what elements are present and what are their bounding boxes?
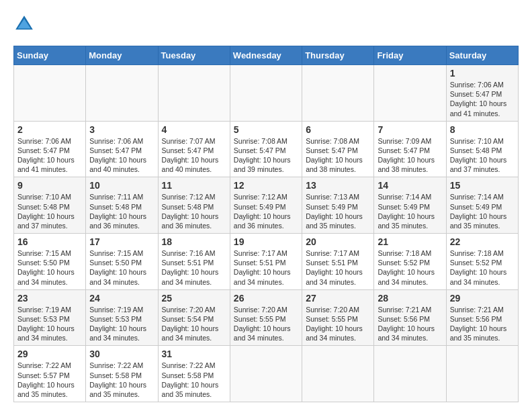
- weekday-header: Tuesday: [158, 46, 230, 65]
- day-number: 30: [89, 349, 154, 359]
- calendar-cell: 16Sunrise: 7:15 AM Sunset: 5:50 PM Dayli…: [14, 234, 86, 290]
- day-detail: Sunrise: 7:07 AM Sunset: 5:47 PM Dayligh…: [162, 136, 226, 175]
- calendar-cell: [230, 65, 302, 122]
- calendar-cell: 20Sunrise: 7:17 AM Sunset: 5:51 PM Dayli…: [302, 234, 374, 290]
- day-detail: Sunrise: 7:08 AM Sunset: 5:47 PM Dayligh…: [306, 136, 370, 175]
- day-number: 7: [378, 124, 442, 135]
- calendar-week-row: 2Sunrise: 7:06 AM Sunset: 5:47 PM Daylig…: [14, 121, 519, 177]
- day-number: 12: [234, 180, 298, 191]
- day-number: 8: [450, 124, 515, 135]
- day-detail: Sunrise: 7:18 AM Sunset: 5:52 PM Dayligh…: [378, 248, 442, 287]
- weekday-header: Saturday: [446, 46, 518, 65]
- calendar-week-row: 9Sunrise: 7:10 AM Sunset: 5:48 PM Daylig…: [14, 177, 519, 234]
- calendar-cell: 3Sunrise: 7:06 AM Sunset: 5:47 PM Daylig…: [86, 121, 158, 177]
- calendar-cell: 29Sunrise: 7:22 AM Sunset: 5:57 PM Dayli…: [14, 346, 86, 402]
- calendar-cell: 5Sunrise: 7:08 AM Sunset: 5:47 PM Daylig…: [230, 121, 302, 177]
- weekday-header: Wednesday: [230, 46, 302, 65]
- day-number: 22: [450, 236, 515, 247]
- day-number: 16: [17, 236, 82, 247]
- logo-icon: [13, 13, 35, 35]
- day-number: 29: [450, 293, 515, 304]
- day-number: 20: [306, 236, 370, 247]
- calendar-cell: 18Sunrise: 7:16 AM Sunset: 5:51 PM Dayli…: [158, 234, 230, 290]
- day-detail: Sunrise: 7:08 AM Sunset: 5:47 PM Dayligh…: [234, 136, 298, 175]
- calendar-cell: 23Sunrise: 7:19 AM Sunset: 5:53 PM Dayli…: [14, 289, 86, 346]
- day-detail: Sunrise: 7:21 AM Sunset: 5:56 PM Dayligh…: [378, 305, 442, 343]
- day-detail: Sunrise: 7:06 AM Sunset: 5:47 PM Dayligh…: [89, 136, 154, 175]
- calendar-cell: [374, 65, 446, 122]
- calendar-cell: [158, 65, 230, 122]
- day-detail: Sunrise: 7:14 AM Sunset: 5:49 PM Dayligh…: [450, 192, 515, 230]
- day-detail: Sunrise: 7:06 AM Sunset: 5:47 PM Dayligh…: [450, 80, 515, 118]
- calendar-cell: [14, 65, 86, 122]
- day-detail: Sunrise: 7:21 AM Sunset: 5:56 PM Dayligh…: [450, 305, 515, 343]
- day-number: 27: [306, 293, 370, 304]
- calendar-cell: 30Sunrise: 7:22 AM Sunset: 5:58 PM Dayli…: [86, 346, 158, 402]
- calendar-cell: 29Sunrise: 7:21 AM Sunset: 5:56 PM Dayli…: [446, 289, 518, 346]
- day-number: 3: [89, 124, 154, 135]
- day-detail: Sunrise: 7:15 AM Sunset: 5:50 PM Dayligh…: [17, 248, 82, 287]
- day-number: 15: [450, 180, 515, 191]
- day-detail: Sunrise: 7:22 AM Sunset: 5:58 PM Dayligh…: [89, 361, 154, 399]
- day-number: 10: [89, 180, 154, 191]
- day-detail: Sunrise: 7:12 AM Sunset: 5:49 PM Dayligh…: [234, 192, 298, 230]
- day-detail: Sunrise: 7:16 AM Sunset: 5:51 PM Dayligh…: [162, 248, 226, 287]
- calendar-cell: 8Sunrise: 7:10 AM Sunset: 5:48 PM Daylig…: [446, 121, 518, 177]
- day-number: 23: [17, 293, 82, 304]
- calendar-cell: 15Sunrise: 7:14 AM Sunset: 5:49 PM Dayli…: [446, 177, 518, 234]
- day-detail: Sunrise: 7:14 AM Sunset: 5:49 PM Dayligh…: [378, 192, 442, 230]
- day-number: 19: [234, 236, 298, 247]
- day-detail: Sunrise: 7:20 AM Sunset: 5:55 PM Dayligh…: [306, 305, 370, 343]
- day-number: 31: [162, 349, 226, 359]
- calendar-cell: 1Sunrise: 7:06 AM Sunset: 5:47 PM Daylig…: [446, 65, 518, 122]
- calendar-week-row: 16Sunrise: 7:15 AM Sunset: 5:50 PM Dayli…: [14, 234, 519, 290]
- calendar-cell: 25Sunrise: 7:20 AM Sunset: 5:54 PM Dayli…: [158, 289, 230, 346]
- calendar-cell: 26Sunrise: 7:20 AM Sunset: 5:55 PM Dayli…: [230, 289, 302, 346]
- calendar-cell: 2Sunrise: 7:06 AM Sunset: 5:47 PM Daylig…: [14, 121, 86, 177]
- day-detail: Sunrise: 7:17 AM Sunset: 5:51 PM Dayligh…: [306, 248, 370, 287]
- day-number: 2: [17, 124, 82, 135]
- calendar-week-row: 23Sunrise: 7:19 AM Sunset: 5:53 PM Dayli…: [14, 289, 519, 346]
- day-number: 26: [234, 293, 298, 304]
- calendar-cell: [302, 346, 374, 402]
- day-detail: Sunrise: 7:10 AM Sunset: 5:48 PM Dayligh…: [17, 192, 82, 230]
- day-detail: Sunrise: 7:15 AM Sunset: 5:50 PM Dayligh…: [89, 248, 154, 287]
- calendar-cell: 31Sunrise: 7:22 AM Sunset: 5:58 PM Dayli…: [158, 346, 230, 402]
- calendar-cell: 22Sunrise: 7:18 AM Sunset: 5:52 PM Dayli…: [446, 234, 518, 290]
- day-detail: Sunrise: 7:22 AM Sunset: 5:57 PM Dayligh…: [17, 361, 82, 399]
- weekday-header: Monday: [86, 46, 158, 65]
- calendar-cell: [86, 65, 158, 122]
- calendar-cell: 12Sunrise: 7:12 AM Sunset: 5:49 PM Dayli…: [230, 177, 302, 234]
- day-number: 28: [378, 293, 442, 304]
- day-number: 4: [162, 124, 226, 135]
- weekday-header: Thursday: [302, 46, 374, 65]
- calendar-cell: 4Sunrise: 7:07 AM Sunset: 5:47 PM Daylig…: [158, 121, 230, 177]
- day-number: 1: [450, 68, 515, 79]
- calendar-table: SundayMondayTuesdayWednesdayThursdayFrid…: [13, 46, 519, 402]
- day-number: 5: [234, 124, 298, 135]
- day-number: 13: [306, 180, 370, 191]
- weekday-header: Friday: [374, 46, 446, 65]
- calendar-cell: [446, 346, 518, 402]
- day-detail: Sunrise: 7:22 AM Sunset: 5:58 PM Dayligh…: [162, 361, 226, 399]
- day-detail: Sunrise: 7:19 AM Sunset: 5:53 PM Dayligh…: [89, 305, 154, 343]
- calendar-header-row: SundayMondayTuesdayWednesdayThursdayFrid…: [14, 46, 519, 65]
- calendar-cell: 21Sunrise: 7:18 AM Sunset: 5:52 PM Dayli…: [374, 234, 446, 290]
- day-number: 6: [306, 124, 370, 135]
- calendar-cell: 17Sunrise: 7:15 AM Sunset: 5:50 PM Dayli…: [86, 234, 158, 290]
- day-number: 14: [378, 180, 442, 191]
- calendar-cell: 7Sunrise: 7:09 AM Sunset: 5:47 PM Daylig…: [374, 121, 446, 177]
- calendar-cell: 10Sunrise: 7:11 AM Sunset: 5:48 PM Dayli…: [86, 177, 158, 234]
- day-number: 17: [89, 236, 154, 247]
- calendar-cell: 27Sunrise: 7:20 AM Sunset: 5:55 PM Dayli…: [302, 289, 374, 346]
- day-number: 11: [162, 180, 226, 191]
- day-detail: Sunrise: 7:17 AM Sunset: 5:51 PM Dayligh…: [234, 248, 298, 287]
- calendar-week-row: 29Sunrise: 7:22 AM Sunset: 5:57 PM Dayli…: [14, 346, 519, 402]
- calendar-cell: 28Sunrise: 7:21 AM Sunset: 5:56 PM Dayli…: [374, 289, 446, 346]
- calendar-cell: 11Sunrise: 7:12 AM Sunset: 5:48 PM Dayli…: [158, 177, 230, 234]
- day-detail: Sunrise: 7:09 AM Sunset: 5:47 PM Dayligh…: [378, 136, 442, 175]
- day-number: 25: [162, 293, 226, 304]
- day-number: 21: [378, 236, 442, 247]
- logo: [13, 13, 38, 35]
- day-detail: Sunrise: 7:12 AM Sunset: 5:48 PM Dayligh…: [162, 192, 226, 230]
